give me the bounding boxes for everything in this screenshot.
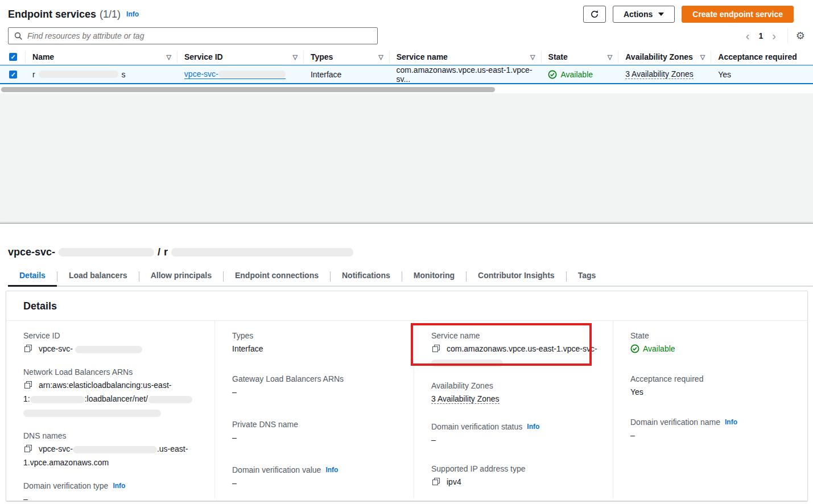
cell-service-name: com.amazonaws.vpce.us-east-1.vpce-sv...	[390, 65, 542, 84]
tab-contributor-insights[interactable]: Contributor Insights	[467, 267, 566, 286]
next-page-button[interactable]: ›	[769, 30, 779, 42]
redacted-title-id	[59, 248, 154, 257]
state-badge: Available	[560, 70, 593, 79]
available-check-icon	[548, 70, 557, 79]
state-badge: Available	[643, 342, 675, 355]
page-header: Endpoint services (1/1) Info Actions Cre…	[0, 0, 813, 25]
redacted-service-id	[218, 71, 286, 78]
chevron-down-icon	[658, 13, 664, 16]
field-domain-verification-type: Domain verification type Info –	[23, 480, 203, 504]
field-service-id: Service ID vpce-svc-	[23, 330, 203, 355]
field-service-name: Service name com.amazonaws.vpce.us-east-…	[431, 330, 601, 369]
info-link[interactable]: Info	[325, 464, 338, 476]
table-row[interactable]: ✓ r s vpce-svc- Interface com.amazonaws.…	[0, 65, 813, 84]
page-title: Endpoint services	[8, 9, 96, 20]
availability-zones-link[interactable]: 3 Availability Zones	[431, 394, 500, 404]
field-domain-verification-status: Domain verification status Info –	[431, 421, 601, 446]
info-link[interactable]: Info	[113, 480, 125, 491]
sort-icon[interactable]: ▽	[166, 53, 171, 61]
table-header-row: ✓ Name▽ Service ID▽ Types▽ Service name▽…	[0, 49, 813, 65]
toolbar-divider	[787, 28, 788, 43]
tab-endpoint-connections[interactable]: Endpoint connections	[224, 267, 330, 286]
field-glb-arns: Gateway Load Balancers ARNs –	[232, 373, 402, 398]
tab-details[interactable]: Details	[8, 267, 57, 286]
sort-icon[interactable]: ▽	[700, 53, 705, 61]
tab-notifications[interactable]: Notifications	[331, 267, 402, 286]
search-input[interactable]	[27, 31, 372, 40]
availability-zones-link[interactable]: 3 Availability Zones	[625, 69, 694, 79]
field-types: Types Interface	[232, 330, 402, 355]
field-nlb-arns: Network Load Balancers ARNs arn:aws:elas…	[23, 366, 203, 419]
redacted-account-id	[30, 396, 85, 403]
field-supported-ip-type: Supported IP address type ipv4	[431, 463, 601, 488]
details-column-4: State Available Acceptance required	[613, 321, 807, 498]
service-id-link[interactable]: vpce-svc-	[184, 69, 286, 79]
column-header-state[interactable]: State▽	[542, 51, 619, 63]
field-acceptance-required: Acceptance required Yes	[630, 373, 796, 398]
sort-icon[interactable]: ▽	[378, 53, 383, 61]
actions-button-label: Actions	[624, 10, 653, 19]
current-page-number[interactable]: 1	[756, 31, 765, 40]
table-toolbar: ‹ 1 › ⚙	[0, 25, 813, 44]
previous-page-button[interactable]: ‹	[742, 30, 753, 42]
copy-icon[interactable]	[24, 345, 32, 352]
copy-icon[interactable]	[24, 381, 32, 389]
endpoint-services-section: Endpoint services (1/1) Info Actions Cre…	[0, 0, 813, 93]
endpoint-services-table: ✓ Name▽ Service ID▽ Types▽ Service name▽…	[0, 49, 813, 92]
column-header-availability-zones[interactable]: Availability Zones▽	[618, 51, 711, 63]
info-link[interactable]: Info	[527, 421, 539, 432]
tab-tags[interactable]: Tags	[567, 267, 608, 286]
actions-button[interactable]: Actions	[613, 6, 675, 23]
field-state: State Available	[630, 330, 796, 355]
search-input-wrapper	[8, 27, 378, 44]
field-domain-verification-name: Domain verification name Info –	[630, 416, 796, 441]
row-checkbox[interactable]: ✓	[9, 71, 17, 79]
details-card-heading: Details	[6, 291, 807, 321]
split-panel-title: vpce-svc- / r	[0, 224, 813, 258]
cell-acceptance: Yes	[711, 70, 813, 79]
redacted-lb-name	[148, 396, 192, 403]
copy-icon[interactable]	[24, 445, 32, 452]
cell-service-id: vpce-svc-	[178, 69, 304, 79]
redacted-arn-tail	[23, 410, 161, 417]
field-dns-names: DNS names vpce-svc-.us-east- 1.vpce.amaz…	[23, 430, 203, 469]
field-private-dns-name: Private DNS name –	[232, 419, 402, 444]
info-link[interactable]: Info	[725, 416, 737, 428]
details-card: Details Service ID vpce-svc- Network Loa…	[6, 291, 808, 501]
details-column-2: Types Interface Gateway Load Balancers A…	[214, 321, 414, 498]
tab-monitoring[interactable]: Monitoring	[402, 267, 466, 286]
cell-types: Interface	[304, 70, 390, 79]
field-availability-zones: Availability Zones 3 Availability Zones	[431, 380, 601, 405]
horizontal-scrollbar[interactable]	[1, 87, 495, 92]
details-column-3: Service name com.amazonaws.vpce.us-east-…	[414, 321, 613, 498]
copy-icon[interactable]	[432, 345, 440, 352]
tab-load-balancers[interactable]: Load balancers	[57, 267, 139, 286]
sort-icon[interactable]: ▽	[530, 53, 535, 61]
select-all-checkbox[interactable]: ✓	[9, 53, 17, 61]
redacted-dns	[73, 446, 157, 453]
column-header-types[interactable]: Types▽	[304, 51, 390, 63]
field-domain-verification-value: Domain verification value Info –	[232, 464, 402, 489]
redacted-title-name	[171, 248, 353, 257]
column-header-name[interactable]: Name▽	[26, 51, 178, 63]
gear-icon[interactable]: ⚙	[796, 30, 805, 42]
sort-icon[interactable]: ▽	[608, 53, 612, 61]
tab-allow-principals[interactable]: Allow principals	[139, 267, 223, 286]
details-column-1: Service ID vpce-svc- Network Load Balanc…	[6, 321, 214, 498]
column-header-service-id[interactable]: Service ID▽	[178, 51, 304, 63]
resource-count: (1/1)	[100, 9, 121, 20]
redacted-service-id-value	[75, 346, 142, 353]
refresh-icon	[590, 10, 599, 19]
sort-icon[interactable]: ▽	[292, 53, 297, 61]
redacted-name	[39, 71, 118, 78]
create-button-label: Create endpoint service	[692, 10, 783, 19]
refresh-button[interactable]	[583, 6, 606, 23]
column-header-service-name[interactable]: Service name▽	[390, 51, 542, 63]
column-header-acceptance[interactable]: Acceptance required	[711, 51, 813, 63]
available-check-icon	[630, 344, 639, 353]
copy-icon[interactable]	[432, 478, 440, 485]
cell-availability-zones: 3 Availability Zones	[618, 69, 711, 79]
create-endpoint-service-button[interactable]: Create endpoint service	[682, 6, 794, 23]
search-icon	[14, 32, 23, 40]
title-info-link[interactable]: Info	[126, 10, 139, 18]
